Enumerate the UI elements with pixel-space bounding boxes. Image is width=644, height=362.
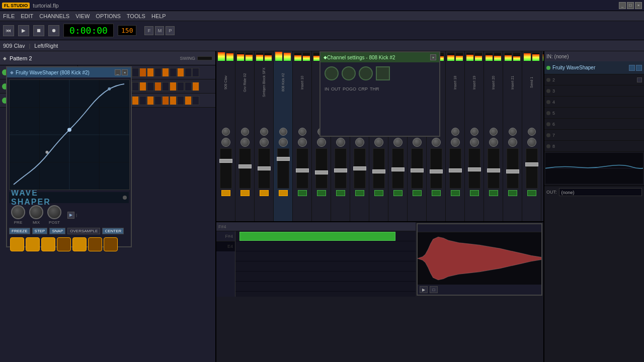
- mixer-knob-pan-14[interactable]: [490, 128, 498, 136]
- mixer-knob-pan-13[interactable]: [470, 128, 478, 136]
- cs-knob-3[interactable]: [359, 66, 373, 80]
- mixer-fader-8[interactable]: [373, 148, 385, 189]
- ws-minimize[interactable]: _: [115, 69, 121, 75]
- fx-plugin-btn1[interactable]: [629, 65, 635, 71]
- mixer-send-4[interactable]: [298, 190, 307, 196]
- fx-button[interactable]: F: [144, 26, 153, 35]
- swing-slider[interactable]: [197, 56, 212, 60]
- transport-stop[interactable]: ⏹: [33, 25, 44, 36]
- mixer-knob-vol-16[interactable]: [527, 138, 536, 147]
- mixer-track-13[interactable]: Insert 19: [465, 51, 484, 221]
- mixer-knob-pan-4[interactable]: [298, 128, 306, 136]
- mixer-track-17[interactable]: Send 2: [541, 51, 543, 221]
- mixer-knob-vol-8[interactable]: [374, 138, 383, 147]
- mixer-fader-12[interactable]: [449, 148, 461, 189]
- menu-channels[interactable]: CHANNELS: [39, 13, 69, 19]
- mixer-knob-pan-1[interactable]: [241, 128, 249, 136]
- mixer-knob-vol-9[interactable]: [393, 138, 403, 147]
- ws-pad-3[interactable]: [41, 237, 55, 251]
- mixer-knob-pan-12[interactable]: [451, 128, 459, 136]
- mixer-knob-vol-10[interactable]: [413, 138, 422, 147]
- menu-tools[interactable]: TOOLS: [127, 13, 145, 19]
- piano-key-e4[interactable]: E4: [216, 241, 235, 251]
- mixer-knob-vol-14[interactable]: [489, 138, 498, 147]
- mixer-send-2[interactable]: [260, 190, 269, 196]
- ws-opt-center[interactable]: CENTER: [102, 228, 124, 234]
- mixer-fader-11[interactable]: [430, 148, 442, 189]
- ws-power-dot[interactable]: [123, 196, 127, 200]
- menu-file[interactable]: FILE: [3, 13, 15, 19]
- pad-c-16[interactable]: [192, 82, 199, 91]
- mixer-send-10[interactable]: [413, 190, 422, 196]
- mixer-send-3[interactable]: [279, 190, 288, 196]
- fx-slot-3[interactable]: 3: [544, 85, 644, 97]
- mixer-fader-4[interactable]: [296, 148, 308, 189]
- fx-main-plugin[interactable]: Fruity WaveShaper: [544, 61, 644, 74]
- transport-prev[interactable]: ⏮: [3, 25, 14, 36]
- mixer-knob-vol-6[interactable]: [336, 138, 345, 147]
- mixer-knob-vol-3[interactable]: [279, 138, 288, 147]
- pad-k-9[interactable]: [139, 96, 146, 105]
- pad-c-14[interactable]: [177, 82, 184, 91]
- mixer-knob-vol-12[interactable]: [451, 138, 460, 147]
- mixer-send-0[interactable]: [221, 190, 230, 196]
- pad-s-9[interactable]: [139, 68, 146, 77]
- ws-pad-7[interactable]: [104, 237, 118, 251]
- fx-slot-2-menu[interactable]: [637, 77, 642, 82]
- ws-knob-mix[interactable]: [29, 205, 43, 219]
- mixer-knob-vol-0[interactable]: [221, 138, 230, 147]
- fx-slot-8[interactable]: 8: [544, 141, 644, 152]
- mixer-knob-pan-15[interactable]: [509, 128, 517, 136]
- pad-s-10[interactable]: [147, 68, 154, 77]
- mixer-fader-16[interactable]: [526, 148, 538, 189]
- piano-roll-content[interactable]: F#4 E4: [216, 231, 416, 297]
- ws-knob-pre[interactable]: [11, 205, 25, 219]
- mixer-track-1[interactable]: Grv Ride 02: [235, 51, 255, 221]
- mixer-track-0[interactable]: 909 Clav: [216, 51, 235, 221]
- mixer-send-5[interactable]: [317, 190, 326, 196]
- mixer-fader-10[interactable]: [411, 148, 423, 189]
- mixer-track-14[interactable]: Insert 20: [484, 51, 503, 221]
- pad-c-11[interactable]: [154, 82, 162, 91]
- transport-record[interactable]: ⏺: [48, 25, 59, 36]
- pad-k-10[interactable]: [147, 96, 154, 105]
- mixer-fader-3[interactable]: [277, 148, 289, 189]
- menu-help[interactable]: HELP: [151, 13, 166, 19]
- mixer-track-12[interactable]: Insert 18: [446, 51, 465, 221]
- mixer-send-13[interactable]: [470, 190, 479, 196]
- piano-key-f4[interactable]: F#4: [216, 231, 235, 241]
- mixer-send-6[interactable]: [336, 190, 345, 196]
- mixer-knob-pan-3[interactable]: [279, 128, 287, 136]
- pad-c-12[interactable]: [162, 82, 169, 91]
- pad-s-15[interactable]: [185, 68, 192, 77]
- pad-c-8[interactable]: [132, 82, 139, 91]
- pad-s-11[interactable]: [154, 68, 162, 77]
- pad-c-15[interactable]: [185, 82, 192, 91]
- ws-pad-1[interactable]: [10, 237, 24, 251]
- mix-button[interactable]: M: [155, 26, 164, 35]
- pad-c-10[interactable]: [147, 82, 154, 91]
- mixer-fader-0[interactable]: [220, 148, 232, 189]
- mixer-knob-vol-15[interactable]: [508, 138, 517, 147]
- mixer-send-9[interactable]: [393, 190, 403, 196]
- mixer-send-12[interactable]: [451, 190, 460, 196]
- cs-knob-1[interactable]: [325, 66, 339, 80]
- ws-opt-oversample[interactable]: OVERSAMPLE: [67, 228, 100, 234]
- mixer-fader-14[interactable]: [488, 148, 500, 189]
- fx-slot-5[interactable]: 5: [544, 108, 644, 119]
- ws-pad-6[interactable]: [88, 237, 102, 251]
- mixer-track-3[interactable]: 808 Kick #2: [274, 51, 293, 221]
- mixer-send-16[interactable]: [527, 190, 536, 196]
- fx-plugin-btn2[interactable]: [636, 65, 642, 71]
- pad-s-8[interactable]: [132, 68, 139, 77]
- pad-k-13[interactable]: [170, 96, 177, 105]
- fx-out-dropdown[interactable]: (none): [559, 188, 642, 196]
- transport-play[interactable]: ▶: [18, 25, 29, 36]
- mixer-fader-15[interactable]: [507, 148, 519, 189]
- mixer-track-16[interactable]: Send 1: [522, 51, 541, 221]
- pad-c-9[interactable]: [139, 82, 146, 91]
- mixer-track-15[interactable]: Insert 21: [503, 51, 522, 221]
- menu-options[interactable]: OPTIONS: [96, 13, 121, 19]
- ws-pad-2[interactable]: [26, 237, 40, 251]
- pad-c-13[interactable]: [170, 82, 177, 91]
